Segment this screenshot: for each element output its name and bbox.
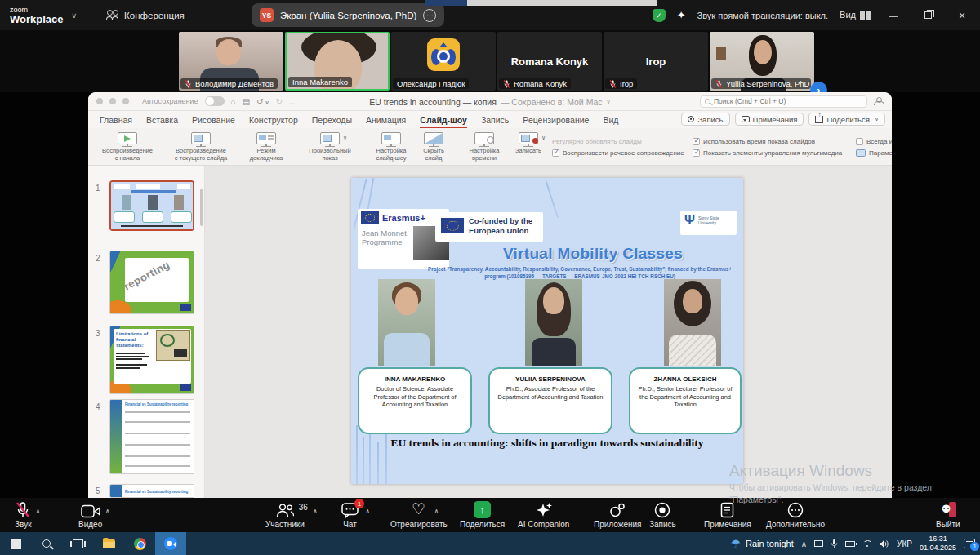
participants-chevron-icon[interactable]: ∧ bbox=[313, 508, 318, 515]
tab-vstavka[interactable]: Вставка bbox=[146, 115, 178, 128]
ai-companion-button[interactable]: AI Companion bbox=[518, 501, 569, 529]
checkbox-show-media-controls[interactable]: Показать элементы управления мультимедиа bbox=[693, 149, 841, 157]
checkbox-play-narration[interactable]: Воспроизвести речевое сопровождение bbox=[552, 149, 686, 157]
ppt-share-button[interactable]: Поделиться∨ bbox=[808, 113, 885, 126]
ppt-record-button[interactable]: Запись bbox=[681, 113, 729, 126]
presenter-view-button[interactable]: Режим докладчика bbox=[240, 131, 292, 163]
slide-thumbnail-2[interactable]: reporting bbox=[109, 251, 194, 314]
slide-thumbnail-5[interactable]: Financial vs Sustainability reporting bbox=[109, 484, 194, 498]
windows-taskbar: ☂ Rain tonight ∧ УКР 16:31 01.04.2025 1 bbox=[0, 532, 980, 555]
slide-thumbnail-1-selected[interactable] bbox=[109, 180, 194, 231]
audio-options-chevron-icon[interactable]: ∧ bbox=[35, 508, 40, 515]
share-screen-button[interactable]: ↑ Поделиться bbox=[460, 501, 505, 529]
home-icon[interactable]: ⌂ bbox=[231, 97, 236, 106]
setup-slideshow-button[interactable]: Настройка слайд-шоу bbox=[368, 131, 415, 163]
mac-close-icon[interactable] bbox=[96, 98, 103, 104]
file-explorer-button[interactable] bbox=[93, 532, 124, 555]
taskbar-clock[interactable]: 16:31 01.04.2025 bbox=[920, 535, 956, 553]
notification-center-icon[interactable]: 1 bbox=[964, 539, 975, 548]
chrome-button[interactable] bbox=[124, 532, 155, 555]
restore-button[interactable] bbox=[916, 11, 939, 20]
volume-tray-icon[interactable] bbox=[879, 539, 889, 548]
start-button[interactable] bbox=[0, 532, 31, 555]
tab-vid[interactable]: Вид bbox=[603, 115, 618, 128]
more-commands-icon[interactable]: … bbox=[289, 97, 297, 106]
autosave-toggle[interactable] bbox=[205, 96, 225, 106]
zoom-app-button[interactable] bbox=[155, 532, 186, 555]
mac-minimize-icon[interactable] bbox=[109, 98, 116, 104]
play-from-start-button[interactable]: Воспроизведение с начала bbox=[93, 131, 162, 163]
more-button[interactable]: Дополнительно bbox=[766, 501, 825, 529]
custom-show-button[interactable]: ∨Произвольный показ bbox=[301, 131, 359, 163]
mic-tray-icon[interactable] bbox=[831, 539, 838, 548]
slide-number: 2 bbox=[96, 254, 100, 263]
tab-slideshow-active[interactable]: Слайд-шоу bbox=[420, 115, 467, 128]
mac-zoom-icon[interactable] bbox=[122, 98, 129, 104]
security-shield-icon[interactable]: ✓ bbox=[653, 9, 666, 22]
video-tile-participant-6[interactable]: Yuliia Serpeninova, PhD bbox=[710, 32, 814, 91]
ppt-search-box[interactable] bbox=[700, 95, 867, 108]
subtitle-options-button[interactable]: Параметры субтитров∨ bbox=[856, 149, 892, 157]
workspace-chevron-down-icon[interactable]: ∨ bbox=[72, 11, 78, 20]
share-presence-icon[interactable] bbox=[874, 97, 884, 105]
participants-button[interactable]: 36∧ Участники bbox=[265, 501, 305, 529]
video-tile-participant-1[interactable]: Володимир Дементов bbox=[179, 32, 283, 91]
display-tray-icon[interactable] bbox=[814, 540, 823, 547]
apps-button[interactable]: Приложения bbox=[594, 501, 642, 529]
notes-button[interactable]: Примечания bbox=[704, 501, 751, 529]
checkbox-always-subtitles[interactable]: Всегда использовать субтитры bbox=[856, 138, 892, 145]
tab-zapis[interactable]: Запись bbox=[481, 115, 509, 128]
task-view-button[interactable] bbox=[62, 532, 93, 555]
thumbnail-scrollbar[interactable] bbox=[200, 189, 203, 226]
view-button[interactable]: Вид bbox=[840, 10, 871, 20]
tab-risovanie[interactable]: Рисование bbox=[192, 115, 235, 128]
tab-animatsiya[interactable]: Анимация bbox=[366, 115, 406, 128]
taskbar-weather[interactable]: ☂ Rain tonight bbox=[730, 537, 793, 550]
react-button[interactable]: ♡∧ Отреагировать bbox=[390, 501, 448, 529]
video-button[interactable]: ∧ Видео bbox=[78, 501, 102, 529]
undo-icon[interactable]: ↺∨ bbox=[256, 97, 270, 106]
video-tile-participant-4[interactable]: Romana Konyk Romana Konyk bbox=[497, 32, 602, 91]
video-options-chevron-icon[interactable]: ∧ bbox=[105, 508, 110, 515]
ppt-comments-button[interactable]: Примечания bbox=[735, 113, 804, 126]
language-indicator[interactable]: УКР bbox=[897, 539, 912, 548]
powerpoint-window: Автосохранение ⌂ ▤ ↺∨ ↻ … EU trends in a… bbox=[88, 92, 892, 498]
react-chevron-icon[interactable]: ∧ bbox=[434, 508, 439, 515]
record-button[interactable]: Запись bbox=[649, 501, 676, 529]
slide-4-title: Financial vs Sustainability reporting bbox=[125, 402, 190, 406]
taskbar-search-button[interactable] bbox=[31, 532, 62, 555]
record-slideshow-button[interactable]: ∨Записать bbox=[508, 131, 549, 163]
show-hidden-icons-chevron[interactable]: ∧ bbox=[801, 539, 807, 548]
leave-meeting-button[interactable]: ⚉ Выйти bbox=[936, 501, 960, 529]
audio-button[interactable]: ∧ Звук bbox=[15, 501, 32, 529]
time: 16:31 bbox=[920, 535, 956, 544]
close-button[interactable]: × bbox=[951, 9, 973, 22]
chat-chevron-icon[interactable]: ∧ bbox=[365, 508, 370, 515]
chat-button[interactable]: 1∧ Чат bbox=[341, 501, 359, 529]
slide-thumbnail-4[interactable]: Financial vs Sustainability reporting bbox=[109, 399, 194, 474]
hide-slide-button[interactable]: Скрыть слайд bbox=[415, 131, 452, 163]
leave-icon: ⚉ bbox=[940, 502, 956, 518]
screen-tab-more-icon[interactable]: ⋯ bbox=[423, 9, 436, 22]
tab-shared-screen[interactable]: YS Экран (Yuliia Serpeninova, PhD) ⋯ bbox=[252, 3, 444, 27]
video-tile-participant-3[interactable]: Олександр Гладюк bbox=[391, 32, 496, 91]
minimize-button[interactable]: — bbox=[882, 11, 905, 20]
ai-companion-sparkle-icon[interactable]: ✦ bbox=[677, 9, 686, 21]
tab-glavnaya[interactable]: Главная bbox=[100, 115, 132, 128]
video-tile-participant-2-active-speaker[interactable]: Inna Makarenko bbox=[285, 32, 390, 91]
checked-checkbox-icon bbox=[693, 149, 700, 157]
search-input[interactable] bbox=[714, 97, 862, 105]
tab-konstruktor[interactable]: Конструктор bbox=[249, 115, 298, 128]
video-tile-participant-5[interactable]: Irop Irop bbox=[604, 32, 708, 91]
tab-retsenzirovanie[interactable]: Рецензирование bbox=[523, 115, 589, 128]
tab-perekhody[interactable]: Переходы bbox=[312, 115, 352, 128]
tab-meeting[interactable]: Конференция bbox=[106, 10, 185, 20]
rehearse-timings-button[interactable]: Настройка времени bbox=[461, 131, 508, 163]
slide-thumbnail-3[interactable]: Limitations of financial statements: bbox=[109, 326, 194, 394]
checkbox-use-timings[interactable]: Использовать время показа слайдов bbox=[693, 138, 841, 145]
wifi-tray-icon[interactable] bbox=[862, 540, 871, 548]
checkbox-update-slides: Регулярно обновлять слайды bbox=[552, 138, 686, 145]
play-from-current-button[interactable]: Воспроизведение с текущего слайда bbox=[162, 131, 240, 163]
battery-tray-icon[interactable] bbox=[845, 541, 855, 547]
save-icon[interactable]: ▤ bbox=[243, 97, 250, 106]
